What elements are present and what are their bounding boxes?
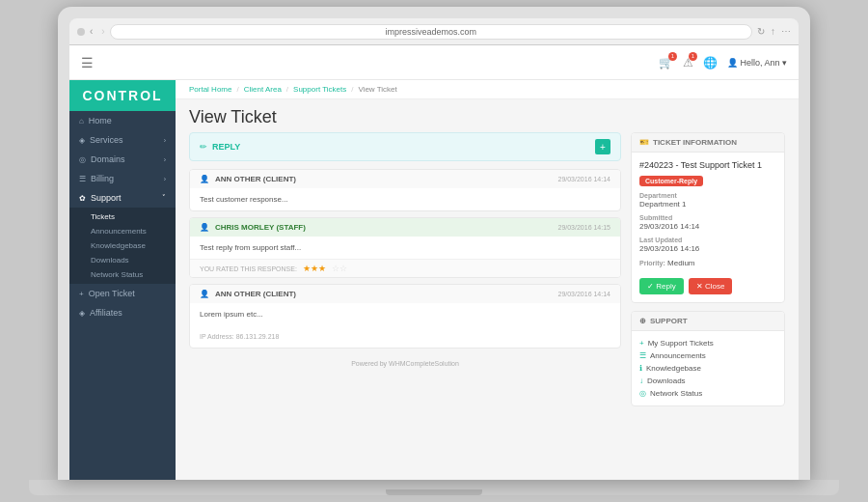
alert-badge: 1	[689, 52, 697, 61]
ticket-info-box: 🎫 TICKET INFORMATION #240223 - Test Supp…	[631, 132, 785, 303]
main-layout: CONTROL ⌂ Home ◈ Services ›	[69, 80, 799, 480]
support-submenu: Tickets Announcements Knowledgebase Down…	[69, 208, 176, 284]
support-link-tickets[interactable]: + My Support Tickets	[639, 339, 776, 348]
laptop-frame: ‹ › impressiveademos.com ↻ ↑ ⋯ ☰ 🛒 1	[58, 7, 810, 480]
breadcrumb-client-area[interactable]: Client Area	[244, 85, 282, 94]
share-icon[interactable]: ↑	[771, 26, 775, 37]
sender-name-3: ANN OTHER (CLIENT)	[215, 290, 296, 298]
hamburger-icon[interactable]: ☰	[81, 55, 94, 70]
laptop-base	[29, 480, 839, 495]
sender-name-1: ANN OTHER (CLIENT)	[215, 175, 296, 183]
main-column: ✏ REPLY +	[189, 132, 621, 470]
close-button[interactable]: ✕ Close	[689, 278, 733, 294]
globe-icon[interactable]: 🌐	[703, 56, 718, 70]
breadcrumb-support-tickets[interactable]: Support Tickets	[293, 85, 346, 94]
submitted-label: Submitted	[639, 214, 776, 221]
domains-icon: ◎	[79, 155, 86, 164]
sidebar-item-affiliates[interactable]: ◈ Affiliates	[69, 303, 176, 322]
breadcrumb: Portal Home / Client Area / Support Tick…	[176, 80, 799, 99]
content-body: ✏ REPLY +	[176, 132, 799, 480]
support-link-knowledgebase[interactable]: ℹ Knowledgebase	[639, 364, 776, 373]
forward-button[interactable]: ›	[101, 26, 104, 37]
message-header-2: 👤 CHRIS MORLEY (STAFF) 29/03/2016 14:15	[190, 218, 620, 237]
message-body-3: Lorem ipsum etc... IP Address: 86.131.29…	[190, 303, 620, 348]
table-row: 👤 CHRIS MORLEY (STAFF) 29/03/2016 14:15 …	[189, 217, 621, 278]
breadcrumb-current: View Ticket	[358, 85, 396, 94]
reply-pencil-icon: ✏	[200, 142, 207, 152]
last-updated-label: Last Updated	[639, 237, 776, 243]
top-nav: ☰ 🛒 1 ⚠ 1 🌐 👤 Hello, Ann ▾	[69, 45, 799, 80]
star-empty[interactable]: ☆☆	[332, 264, 347, 273]
reply-label: REPLY	[212, 142, 240, 152]
network-status-icon: ◎	[639, 389, 646, 398]
breadcrumb-portal-home[interactable]: Portal Home	[189, 85, 231, 94]
reply-button[interactable]: ✓ Reply	[639, 278, 684, 294]
ticket-id: #240223 - Test Support Ticket 1	[639, 160, 776, 170]
sidebar-item-billing[interactable]: ☰ Billing ›	[69, 169, 176, 188]
avatar-icon-1: 👤	[200, 175, 209, 183]
browser-icons: ↻ ↑ ⋯	[757, 26, 791, 37]
laptop-notch	[386, 489, 482, 495]
message-header-1: 👤 ANN OTHER (CLIENT) 29/03/2016 14:14	[190, 170, 620, 188]
message-time-2: 29/03/2016 14:15	[558, 224, 611, 231]
support-link-announcements[interactable]: ☰ Announcements	[639, 351, 776, 360]
department-label: Department	[639, 192, 776, 199]
sidebar-subitem-announcements[interactable]: Announcements	[69, 224, 176, 238]
avatar-icon-2: 👤	[200, 223, 209, 232]
table-row: 👤 ANN OTHER (CLIENT) 29/03/2016 14:14 Te…	[189, 169, 621, 211]
sidebar-item-support[interactable]: ✿ Support ˅	[69, 188, 176, 208]
support-icon: ⊕	[639, 317, 646, 325]
sidebar-item-open-ticket[interactable]: + Open Ticket	[69, 284, 176, 303]
affiliates-icon: ◈	[79, 309, 85, 318]
support-links: + My Support Tickets ☰ Announcements ℹ	[632, 331, 784, 405]
ip-address: IP Address: 86.131.29.218	[200, 333, 279, 340]
alert-icon-wrapper[interactable]: ⚠ 1	[683, 56, 693, 70]
table-row: 👤 ANN OTHER (CLIENT) 29/03/2016 14:14 Lo…	[189, 284, 621, 349]
billing-icon: ☰	[79, 175, 86, 183]
message-body-1: Test customer response...	[190, 188, 620, 210]
messages-area: 👤 ANN OTHER (CLIENT) 29/03/2016 14:14 Te…	[189, 169, 621, 470]
cart-icon-wrapper[interactable]: 🛒 1	[659, 56, 673, 70]
message-body-2: Test reply from support staff...	[190, 237, 620, 259]
last-updated-value: 29/03/2016 14:16	[639, 244, 776, 253]
back-button[interactable]: ‹	[90, 26, 93, 37]
sidebar-item-home[interactable]: ⌂ Home	[69, 111, 176, 130]
browser-dot-1	[77, 28, 85, 36]
avatar-icon-3: 👤	[200, 290, 209, 298]
reply-expand-button[interactable]: +	[595, 139, 610, 154]
ticket-info-body: #240223 - Test Support Ticket 1 Customer…	[632, 153, 784, 302]
announcements-icon: ☰	[639, 351, 646, 360]
top-nav-right: 🛒 1 ⚠ 1 🌐 👤 Hello, Ann ▾	[659, 56, 787, 70]
powered-by: Powered by WHMCompleteSolution	[189, 354, 621, 373]
page-title: View Ticket	[176, 99, 799, 132]
support-link-network-status[interactable]: ◎ Network Status	[639, 389, 776, 398]
sidebar-item-services[interactable]: ◈ Services ›	[69, 130, 176, 150]
sender-name-2: CHRIS MORLEY (STAFF)	[215, 223, 306, 232]
star-filled[interactable]: ★★★	[303, 264, 326, 273]
department-value: Department 1	[639, 200, 776, 209]
sidebar-subitem-tickets[interactable]: Tickets	[69, 209, 176, 224]
screen: ☰ 🛒 1 ⚠ 1 🌐 👤 Hello, Ann ▾	[69, 45, 799, 480]
sidebar-subitem-downloads[interactable]: Downloads	[69, 253, 176, 267]
rating-bar: YOU RATED THIS RESPONSE: ★★★ ☆☆	[190, 259, 620, 277]
reply-header: ✏ REPLY +	[190, 133, 620, 160]
ticket-info-icon: 🎫	[639, 138, 649, 147]
menu-icon[interactable]: ⋯	[781, 26, 791, 37]
message-time-3: 29/03/2016 14:14	[558, 291, 611, 297]
sidebar-subitem-knowledgebase[interactable]: Knowledgebase	[69, 238, 176, 253]
user-greeting[interactable]: 👤 Hello, Ann ▾	[727, 58, 787, 68]
status-badge: Customer-Reply	[639, 176, 703, 186]
refresh-icon[interactable]: ↻	[757, 26, 765, 37]
action-buttons: ✓ Reply ✕ Close	[639, 278, 776, 294]
sidebar-subitem-network-status[interactable]: Network Status	[69, 267, 176, 282]
knowledgebase-icon: ℹ	[639, 364, 642, 373]
address-bar[interactable]: impressiveademos.com	[110, 24, 752, 40]
open-ticket-icon: +	[79, 290, 84, 298]
chevron-right-icon-3: ›	[164, 176, 166, 182]
support-tickets-icon: +	[639, 339, 644, 348]
submitted-value: 29/03/2016 14:14	[639, 222, 776, 231]
message-header-3: 👤 ANN OTHER (CLIENT) 29/03/2016 14:14	[190, 285, 620, 303]
sidebar-item-domains[interactable]: ◎ Domains ›	[69, 150, 176, 169]
support-link-downloads[interactable]: ↓ Downloads	[639, 376, 776, 385]
right-column: 🎫 TICKET INFORMATION #240223 - Test Supp…	[631, 132, 785, 470]
